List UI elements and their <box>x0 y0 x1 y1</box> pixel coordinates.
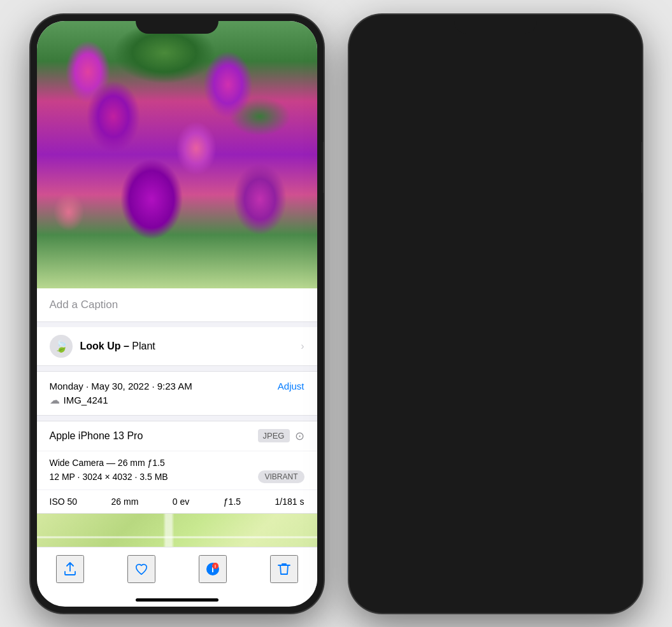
camera-detail: Wide Camera — 26 mm ƒ1.5 <box>50 458 304 468</box>
date-text: Monday · May 30, 2022 · 9:23 AM <box>50 381 192 391</box>
share-button[interactable] <box>56 555 84 583</box>
iso-value: ISO 50 <box>50 497 78 507</box>
focal-length-value: 26 mm <box>111 497 139 507</box>
device-row: Apple iPhone 13 Pro JPEG ⊙ <box>37 421 317 451</box>
map-thumbnail[interactable] <box>37 514 317 547</box>
photo-stats: 12 MP · 3024 × 4032 · 3.5 MB <box>50 472 168 482</box>
camera-detail-row: Wide Camera — 26 mm ƒ1.5 12 MP · 3024 × … <box>37 451 317 490</box>
vibrant-badge: VIBRANT <box>258 470 304 483</box>
flower-photo[interactable] <box>37 21 317 288</box>
ev-value: 0 ev <box>173 497 189 507</box>
right-phone: 🍃 Results × Siri Knowledge Show More <box>349 15 642 613</box>
device-section: Apple iPhone 13 Pro JPEG ⊙ Wide Camera —… <box>37 421 317 514</box>
lookup-chevron-icon: › <box>301 341 304 352</box>
format-badge: JPEG <box>258 429 290 442</box>
filename: IMG_4241 <box>64 395 108 405</box>
shutter-value: 1/181 s <box>275 497 304 507</box>
siri-visual-icon: 🍃 <box>50 335 73 358</box>
exif-row: ISO 50 26 mm 0 ev ƒ1.5 1/181 s <box>37 490 317 513</box>
aperture-value: ƒ1.5 <box>224 497 241 507</box>
date-section: Monday · May 30, 2022 · 9:23 AM Adjust ☁… <box>37 371 317 416</box>
svg-text:i: i <box>215 564 216 568</box>
lookup-label: Look Up – Plant <box>80 341 155 352</box>
info-panel: Add a Caption 🍃 Look Up – Plant › Monday… <box>37 288 317 547</box>
caption-area[interactable]: Add a Caption <box>37 288 317 322</box>
home-indicator <box>136 598 218 602</box>
delete-button[interactable] <box>270 555 298 583</box>
favorite-button[interactable] <box>127 555 155 583</box>
camera-settings-icon[interactable]: ⊙ <box>295 429 304 443</box>
adjust-button[interactable]: Adjust <box>278 381 304 391</box>
device-name: Apple iPhone 13 Pro <box>50 430 143 442</box>
caption-placeholder: Add a Caption <box>50 299 118 311</box>
info-button[interactable]: i i <box>199 555 227 583</box>
cloud-icon: ☁ <box>50 394 60 406</box>
bottom-toolbar: i i <box>37 547 317 596</box>
lookup-row[interactable]: 🍃 Look Up – Plant › <box>37 327 317 366</box>
left-phone: Add a Caption 🍃 Look Up – Plant › Monday… <box>31 15 324 613</box>
